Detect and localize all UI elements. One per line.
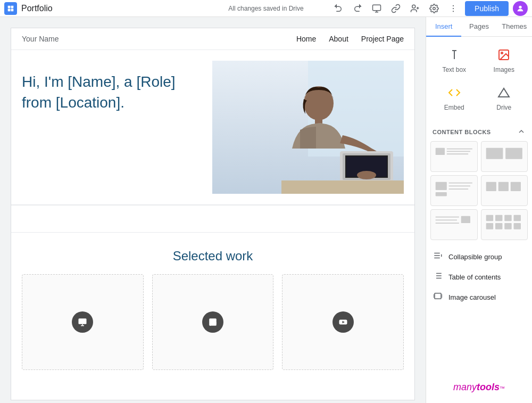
svg-rect-43 (436, 192, 447, 196)
toc-item[interactable]: Table of contents (430, 267, 528, 287)
insert-drive[interactable]: Drive (480, 81, 528, 117)
insert-text-box[interactable]: Text box (430, 43, 478, 79)
block-thumb-6[interactable] (481, 209, 528, 240)
block-thumb-5[interactable] (430, 209, 478, 240)
svg-rect-2 (8, 9, 11, 11)
carousel-item[interactable]: Image carousel (430, 287, 528, 307)
text-box-icon (448, 48, 461, 64)
svg-rect-55 (495, 215, 502, 221)
insert-embed[interactable]: Embed (430, 81, 478, 117)
nav-link-about[interactable]: About (329, 35, 348, 43)
insert-images[interactable]: Images (480, 43, 528, 79)
svg-rect-58 (486, 223, 493, 229)
topbar-actions: Publish (331, 1, 528, 16)
work-item-2[interactable] (152, 274, 274, 370)
block-svg-4 (484, 178, 526, 203)
share-button[interactable] (408, 1, 422, 16)
svg-rect-56 (504, 215, 511, 221)
insert-grid: Text box Images (426, 37, 532, 123)
hero-illustration (212, 61, 404, 194)
svg-point-24 (357, 171, 376, 179)
tab-pages[interactable]: Pages (461, 17, 496, 37)
work-item-3[interactable] (282, 274, 404, 370)
publish-button[interactable]: Publish (465, 1, 509, 16)
image-icon (208, 317, 218, 327)
hero-section: Hi, I'm [Name], a [Role] from [Location]… (11, 50, 414, 205)
right-panel: Insert Pages Themes Text box (426, 17, 532, 403)
tab-themes[interactable]: Themes (497, 17, 532, 37)
toc-label: Table of contents (448, 273, 501, 281)
nav-link-home[interactable]: Home (296, 35, 316, 43)
main-layout: Your Name Home About Project Page Hi, I'… (0, 17, 532, 403)
collapse-icon[interactable] (517, 127, 526, 137)
hero-image (212, 61, 404, 194)
nav-link-project[interactable]: Project Page (361, 35, 404, 43)
embed-svg (448, 86, 461, 99)
save-status-text: All changes saved in Drive (228, 5, 303, 12)
panel-tabs: Insert Pages Themes (426, 17, 532, 37)
youtube-icon (338, 317, 348, 327)
share-icon (410, 4, 420, 13)
block-thumb-1[interactable] (430, 141, 478, 172)
svg-rect-25 (79, 318, 87, 324)
preview-button[interactable] (369, 1, 384, 16)
more-button[interactable] (446, 1, 461, 16)
images-label: Images (494, 66, 514, 73)
svg-point-29 (211, 320, 212, 321)
monitor-icon (78, 317, 87, 327)
svg-rect-54 (486, 215, 493, 221)
svg-rect-48 (498, 182, 508, 191)
svg-rect-36 (436, 148, 445, 155)
svg-rect-61 (513, 223, 520, 229)
site-nav: Your Name Home About Project Page (11, 28, 414, 50)
drive-icon (497, 86, 510, 102)
block-thumb-2[interactable] (481, 141, 528, 172)
carousel-label: Image carousel (448, 293, 496, 301)
svg-rect-57 (513, 215, 520, 221)
redo-button[interactable] (350, 1, 365, 16)
block-thumb-3[interactable] (430, 175, 478, 206)
svg-rect-23 (281, 180, 404, 194)
collapsible-svg (433, 251, 443, 260)
svg-point-13 (453, 11, 454, 12)
selected-work-section: Selected work (11, 233, 414, 386)
toc-svg (433, 271, 443, 281)
chevron-up-icon (517, 127, 526, 136)
work-grid (22, 274, 404, 370)
svg-rect-42 (436, 182, 447, 190)
hero-title: Hi, I'm [Name], a [Role] from [Location]… (22, 71, 202, 113)
more-icon (448, 4, 458, 13)
undo-button[interactable] (331, 1, 346, 16)
avatar[interactable] (513, 1, 528, 16)
work-item-1[interactable] (22, 274, 144, 370)
collapsible-icon (433, 251, 443, 262)
svg-rect-53 (461, 216, 470, 223)
carousel-svg (433, 291, 443, 301)
svg-point-12 (453, 7, 454, 9)
settings-icon (429, 4, 439, 13)
special-items: Collapsible group Table of contents (426, 244, 532, 309)
svg-rect-60 (504, 223, 511, 229)
content-blocks-grid (426, 141, 532, 244)
text-box-label: Text box (442, 66, 466, 73)
svg-point-35 (501, 52, 503, 54)
svg-point-7 (412, 5, 415, 8)
toc-icon (433, 271, 443, 283)
manytools-footer: manytools™ (426, 375, 532, 403)
content-blocks-label: CONTENT BLOCKS (433, 129, 491, 135)
canvas-page: Your Name Home About Project Page Hi, I'… (11, 28, 415, 400)
collapsible-group-item[interactable]: Collapsible group (430, 246, 528, 267)
work-icon-3 (332, 311, 354, 333)
settings-button[interactable] (427, 1, 442, 16)
link-button[interactable] (388, 1, 403, 16)
preview-icon (372, 4, 381, 13)
svg-rect-47 (486, 182, 496, 191)
block-svg-1 (433, 144, 475, 169)
tab-insert[interactable]: Insert (426, 17, 461, 37)
logo-icon (7, 5, 14, 12)
svg-point-11 (453, 5, 454, 6)
svg-rect-41 (505, 148, 522, 159)
block-thumb-4[interactable] (481, 175, 528, 206)
embed-icon (448, 86, 461, 102)
block-svg-6 (484, 212, 526, 237)
